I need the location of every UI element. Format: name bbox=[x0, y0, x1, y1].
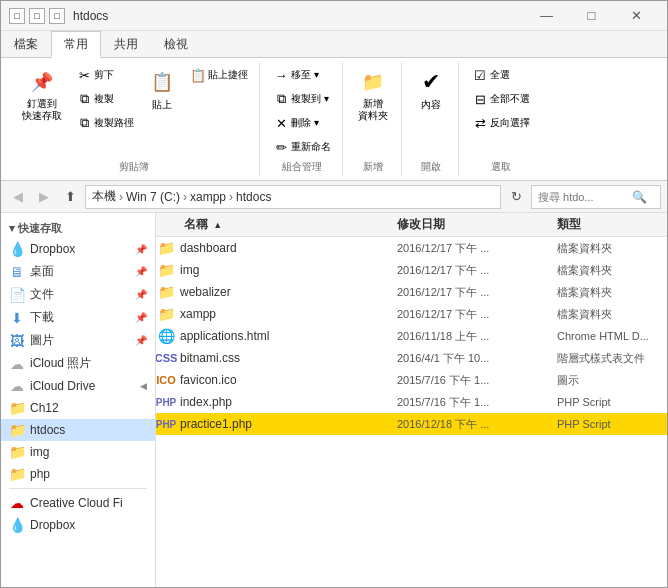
tab-file[interactable]: 檔案 bbox=[1, 31, 51, 58]
paste-button[interactable]: 📋 貼上 bbox=[141, 64, 183, 116]
minimize-button[interactable]: — bbox=[524, 1, 569, 31]
sidebar-item-label: php bbox=[30, 467, 50, 481]
sidebar-item-label: Dropbox bbox=[30, 242, 75, 256]
file-date: 2016/12/17 下午 ... bbox=[397, 307, 557, 322]
file-header: 名稱 ▲ 修改日期 類型 bbox=[156, 213, 667, 237]
organize-buttons: → 移至 ▾ ⧉ 複製到 ▾ ✕ 刪除 ▾ ✏ 重新命名 bbox=[268, 64, 336, 158]
ribbon-group-select: ☑ 全選 ⊟ 全部不選 ⇄ 反向選擇 選取 bbox=[461, 62, 541, 176]
chevron-down-icon: ▾ bbox=[9, 222, 15, 235]
file-type: 階層式樣式表文件 bbox=[557, 351, 667, 366]
table-row[interactable]: PHP practice1.php 2016/12/18 下午 ... PHP … bbox=[156, 413, 667, 435]
sidebar: ▾ 快速存取 💧 Dropbox 📌 🖥 桌面 📌 📄 文件 📌 ⬇ 下載 📌 … bbox=[1, 213, 156, 588]
sidebar-item-icloudphotos[interactable]: ☁ iCloud 照片 bbox=[1, 352, 155, 375]
paste-label: 貼上 bbox=[152, 98, 172, 112]
invert-button[interactable]: ⇄ 反向選擇 bbox=[467, 112, 535, 134]
select-none-icon: ⊟ bbox=[472, 91, 488, 107]
tab-view[interactable]: 檢視 bbox=[151, 31, 201, 58]
select-none-button[interactable]: ⊟ 全部不選 bbox=[467, 88, 535, 110]
copy-to-button[interactable]: ⧉ 複製到 ▾ bbox=[268, 88, 334, 110]
forward-button[interactable]: ▶ bbox=[33, 186, 55, 208]
sidebar-item-ch12[interactable]: 📁 Ch12 bbox=[1, 397, 155, 419]
sidebar-item-img[interactable]: 📁 img bbox=[1, 441, 155, 463]
title-icon-2[interactable]: □ bbox=[29, 8, 45, 24]
sidebar-item-dropbox[interactable]: 💧 Dropbox 📌 bbox=[1, 238, 155, 260]
col-name[interactable]: 名稱 ▲ bbox=[156, 216, 397, 233]
table-row[interactable]: 🌐 applications.html 2016/11/18 上午 ... Ch… bbox=[156, 325, 667, 347]
table-row[interactable]: PHP index.php 2015/7/16 下午 1... PHP Scri… bbox=[156, 391, 667, 413]
file-date: 2016/12/17 下午 ... bbox=[397, 285, 557, 300]
sidebar-item-label: iCloud 照片 bbox=[30, 355, 91, 372]
clipboard-buttons: 📌 釘選到快速存取 ✂ 剪下 ⧉ 複製 ⧉ 複製路徑 bbox=[15, 64, 253, 158]
sidebar-item-label: Ch12 bbox=[30, 401, 59, 415]
table-row[interactable]: 📁 webalizer 2016/12/17 下午 ... 檔案資料夾 bbox=[156, 281, 667, 303]
col-date[interactable]: 修改日期 bbox=[397, 216, 557, 233]
breadcrumb-part-drive[interactable]: Win 7 (C:) bbox=[126, 190, 180, 204]
breadcrumb-part-htdocs[interactable]: htdocs bbox=[236, 190, 271, 204]
invert-icon: ⇄ bbox=[472, 115, 488, 131]
file-date: 2016/11/18 上午 ... bbox=[397, 329, 557, 344]
maximize-button[interactable]: □ bbox=[569, 1, 614, 31]
sidebar-item-label: 桌面 bbox=[30, 263, 54, 280]
delete-label: 刪除 ▾ bbox=[291, 116, 319, 130]
ch12-icon: 📁 bbox=[9, 400, 25, 416]
col-type[interactable]: 類型 bbox=[557, 216, 667, 233]
sidebar-item-htdocs[interactable]: 📁 htdocs bbox=[1, 419, 155, 441]
properties-button[interactable]: ✔ 內容 bbox=[410, 64, 452, 116]
rename-button[interactable]: ✏ 重新命名 bbox=[268, 136, 336, 158]
close-button[interactable]: ✕ bbox=[614, 1, 659, 31]
delete-button[interactable]: ✕ 刪除 ▾ bbox=[268, 112, 324, 134]
back-button[interactable]: ◀ bbox=[7, 186, 29, 208]
file-icon-folder: 📁 bbox=[156, 262, 176, 278]
copy-path-button[interactable]: ⧉ 複製路徑 bbox=[71, 112, 139, 134]
search-input[interactable] bbox=[538, 191, 628, 203]
sidebar-item-creativecloud[interactable]: ☁ Creative Cloud Fi bbox=[1, 492, 155, 514]
sidebar-item-label: 下載 bbox=[30, 309, 54, 326]
copy-path-icon: ⧉ bbox=[76, 115, 92, 131]
table-row[interactable]: 📁 img 2016/12/17 下午 ... 檔案資料夾 bbox=[156, 259, 667, 281]
iclouddrive-icon: ☁ bbox=[9, 378, 25, 394]
sidebar-item-iclouddrive[interactable]: ☁ iCloud Drive ◀ bbox=[1, 375, 155, 397]
cut-button[interactable]: ✂ 剪下 bbox=[71, 64, 139, 86]
sidebar-item-label: img bbox=[30, 445, 49, 459]
table-row[interactable]: 📁 dashboard 2016/12/17 下午 ... 檔案資料夾 bbox=[156, 237, 667, 259]
sidebar-item-dropbox2[interactable]: 💧 Dropbox bbox=[1, 514, 155, 536]
breadcrumb-part-machine[interactable]: 本機 bbox=[92, 188, 116, 205]
ribbon-tabs: 檔案 常用 共用 檢視 bbox=[1, 31, 667, 58]
copy-button[interactable]: ⧉ 複製 bbox=[71, 88, 139, 110]
sidebar-section-quickaccess[interactable]: ▾ 快速存取 bbox=[1, 217, 155, 238]
file-name: practice1.php bbox=[180, 417, 397, 431]
pin-button[interactable]: 📌 釘選到快速存取 bbox=[15, 64, 69, 126]
breadcrumb-part-xampp[interactable]: xampp bbox=[190, 190, 226, 204]
paste-icon: 📋 bbox=[148, 68, 176, 96]
title-icon-3[interactable]: □ bbox=[49, 8, 65, 24]
file-icon-css: CSS bbox=[156, 350, 176, 366]
tab-share[interactable]: 共用 bbox=[101, 31, 151, 58]
copy-to-icon: ⧉ bbox=[273, 91, 289, 107]
select-all-button[interactable]: ☑ 全選 bbox=[467, 64, 515, 86]
table-row[interactable]: ICO favicon.ico 2015/7/16 下午 1... 圖示 bbox=[156, 369, 667, 391]
table-row[interactable]: CSS bitnami.css 2016/4/1 下午 10... 階層式樣式表… bbox=[156, 347, 667, 369]
sidebar-item-desktop[interactable]: 🖥 桌面 📌 bbox=[1, 260, 155, 283]
move-to-button[interactable]: → 移至 ▾ bbox=[268, 64, 324, 86]
sidebar-item-downloads[interactable]: ⬇ 下載 📌 bbox=[1, 306, 155, 329]
paste-shortcut-button[interactable]: 📋 貼上捷徑 bbox=[185, 64, 253, 86]
organize-label: 組合管理 bbox=[282, 158, 322, 174]
search-box[interactable]: 🔍 bbox=[531, 185, 661, 209]
file-icon-php: PHP bbox=[156, 394, 176, 410]
breadcrumb[interactable]: 本機 › Win 7 (C:) › xampp › htdocs bbox=[85, 185, 501, 209]
sidebar-item-php[interactable]: 📁 php bbox=[1, 463, 155, 485]
move-to-label: 移至 ▾ bbox=[291, 68, 319, 82]
sidebar-item-label: Creative Cloud Fi bbox=[30, 496, 123, 510]
cut-icon: ✂ bbox=[76, 67, 92, 83]
refresh-button[interactable]: ↻ bbox=[505, 186, 527, 208]
title-icon-1[interactable]: □ bbox=[9, 8, 25, 24]
up-button[interactable]: ⬆ bbox=[59, 186, 81, 208]
new-folder-button[interactable]: 📁 新增資料夾 bbox=[351, 64, 395, 126]
tab-home[interactable]: 常用 bbox=[51, 31, 101, 58]
new-label: 新增 bbox=[363, 158, 383, 174]
ribbon: 檔案 常用 共用 檢視 📌 釘選到快速存取 ✂ 剪下 ⧉ 複製 bbox=[1, 31, 667, 181]
rename-icon: ✏ bbox=[273, 139, 289, 155]
sidebar-item-documents[interactable]: 📄 文件 📌 bbox=[1, 283, 155, 306]
sidebar-item-pictures[interactable]: 🖼 圖片 📌 bbox=[1, 329, 155, 352]
table-row[interactable]: 📁 xampp 2016/12/17 下午 ... 檔案資料夾 bbox=[156, 303, 667, 325]
